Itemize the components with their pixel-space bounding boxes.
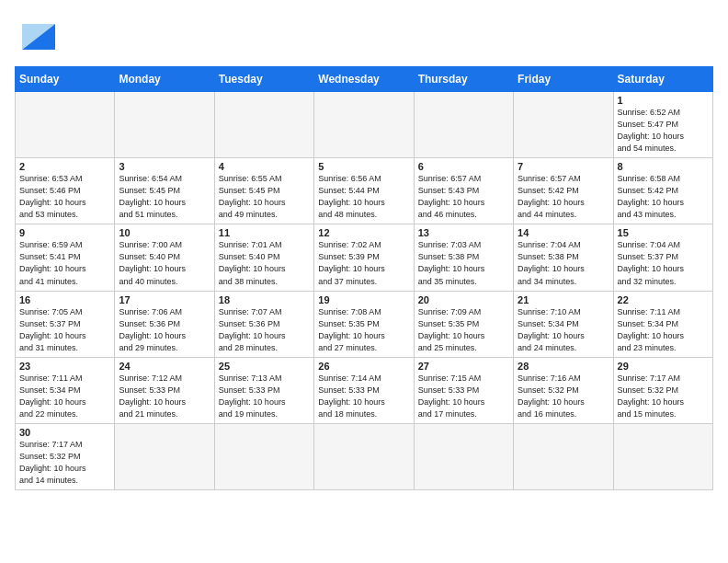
day-number: 19 bbox=[318, 294, 409, 305]
day-info: Sunrise: 6:55 AM Sunset: 5:45 PM Dayligh… bbox=[219, 173, 310, 221]
day-cell: 30Sunrise: 7:17 AM Sunset: 5:32 PM Dayli… bbox=[16, 423, 115, 489]
day-cell: 19Sunrise: 7:08 AM Sunset: 5:35 PM Dayli… bbox=[314, 291, 414, 357]
day-number: 15 bbox=[618, 227, 709, 238]
day-cell: 1Sunrise: 6:52 AM Sunset: 5:47 PM Daylig… bbox=[613, 92, 712, 158]
day-info: Sunrise: 7:04 AM Sunset: 5:37 PM Dayligh… bbox=[618, 239, 709, 287]
day-number: 18 bbox=[219, 294, 310, 305]
day-number: 24 bbox=[119, 361, 210, 372]
day-cell: 27Sunrise: 7:15 AM Sunset: 5:33 PM Dayli… bbox=[414, 357, 513, 423]
day-number: 8 bbox=[618, 161, 709, 172]
day-cell bbox=[613, 423, 712, 489]
day-cell: 9Sunrise: 6:59 AM Sunset: 5:41 PM Daylig… bbox=[16, 224, 115, 291]
week-row-4: 16Sunrise: 7:05 AM Sunset: 5:37 PM Dayli… bbox=[16, 291, 713, 357]
day-number: 25 bbox=[219, 361, 310, 372]
day-info: Sunrise: 6:58 AM Sunset: 5:42 PM Dayligh… bbox=[618, 173, 709, 221]
day-number: 29 bbox=[618, 361, 709, 372]
day-cell bbox=[514, 92, 613, 158]
day-info: Sunrise: 7:02 AM Sunset: 5:39 PM Dayligh… bbox=[318, 239, 409, 287]
day-cell: 17Sunrise: 7:06 AM Sunset: 5:36 PM Dayli… bbox=[115, 291, 214, 357]
day-cell: 14Sunrise: 7:04 AM Sunset: 5:38 PM Dayli… bbox=[514, 224, 613, 291]
calendar-table: SundayMondayTuesdayWednesdayThursdayFrid… bbox=[15, 66, 713, 490]
day-info: Sunrise: 7:05 AM Sunset: 5:37 PM Dayligh… bbox=[19, 306, 110, 354]
day-info: Sunrise: 7:16 AM Sunset: 5:32 PM Dayligh… bbox=[518, 373, 609, 420]
day-number: 6 bbox=[418, 161, 509, 172]
day-cell: 29Sunrise: 7:17 AM Sunset: 5:32 PM Dayli… bbox=[613, 357, 712, 423]
day-info: Sunrise: 7:17 AM Sunset: 5:32 PM Dayligh… bbox=[19, 439, 110, 487]
day-cell: 11Sunrise: 7:01 AM Sunset: 5:40 PM Dayli… bbox=[214, 224, 313, 291]
col-header-sunday: Sunday bbox=[16, 67, 115, 92]
day-cell: 28Sunrise: 7:16 AM Sunset: 5:32 PM Dayli… bbox=[514, 357, 613, 423]
day-cell: 2Sunrise: 6:53 AM Sunset: 5:46 PM Daylig… bbox=[16, 158, 115, 224]
week-row-2: 2Sunrise: 6:53 AM Sunset: 5:46 PM Daylig… bbox=[16, 158, 713, 224]
calendar-header-row: SundayMondayTuesdayWednesdayThursdayFrid… bbox=[16, 67, 713, 92]
day-cell: 23Sunrise: 7:11 AM Sunset: 5:34 PM Dayli… bbox=[16, 357, 115, 423]
day-number: 13 bbox=[418, 227, 509, 238]
day-cell bbox=[514, 423, 613, 489]
day-info: Sunrise: 7:07 AM Sunset: 5:36 PM Dayligh… bbox=[219, 306, 310, 354]
page-header bbox=[15, 15, 713, 55]
day-cell: 16Sunrise: 7:05 AM Sunset: 5:37 PM Dayli… bbox=[16, 291, 115, 357]
day-number: 16 bbox=[19, 294, 110, 305]
day-cell: 4Sunrise: 6:55 AM Sunset: 5:45 PM Daylig… bbox=[214, 158, 313, 224]
day-info: Sunrise: 6:59 AM Sunset: 5:41 PM Dayligh… bbox=[19, 239, 110, 287]
day-cell: 5Sunrise: 6:56 AM Sunset: 5:44 PM Daylig… bbox=[314, 158, 414, 224]
day-cell: 13Sunrise: 7:03 AM Sunset: 5:38 PM Dayli… bbox=[414, 224, 513, 291]
day-info: Sunrise: 7:06 AM Sunset: 5:36 PM Dayligh… bbox=[119, 306, 210, 354]
day-number: 4 bbox=[219, 161, 310, 172]
day-cell bbox=[414, 423, 513, 489]
day-info: Sunrise: 7:00 AM Sunset: 5:40 PM Dayligh… bbox=[119, 239, 210, 287]
week-row-6: 30Sunrise: 7:17 AM Sunset: 5:32 PM Dayli… bbox=[16, 423, 713, 489]
day-number: 9 bbox=[19, 227, 110, 238]
day-info: Sunrise: 7:11 AM Sunset: 5:34 PM Dayligh… bbox=[618, 306, 709, 354]
day-number: 1 bbox=[618, 95, 709, 106]
day-info: Sunrise: 7:15 AM Sunset: 5:33 PM Dayligh… bbox=[418, 373, 509, 420]
day-info: Sunrise: 7:12 AM Sunset: 5:33 PM Dayligh… bbox=[119, 373, 210, 420]
day-info: Sunrise: 7:04 AM Sunset: 5:38 PM Dayligh… bbox=[518, 239, 609, 287]
day-info: Sunrise: 7:08 AM Sunset: 5:35 PM Dayligh… bbox=[318, 306, 409, 354]
day-cell bbox=[414, 92, 513, 158]
day-cell: 25Sunrise: 7:13 AM Sunset: 5:33 PM Dayli… bbox=[214, 357, 313, 423]
day-number: 30 bbox=[19, 427, 110, 438]
day-cell: 12Sunrise: 7:02 AM Sunset: 5:39 PM Dayli… bbox=[314, 224, 414, 291]
day-number: 21 bbox=[518, 294, 609, 305]
day-cell bbox=[115, 92, 214, 158]
logo bbox=[15, 15, 64, 55]
day-number: 2 bbox=[19, 161, 110, 172]
day-cell: 26Sunrise: 7:14 AM Sunset: 5:33 PM Dayli… bbox=[314, 357, 414, 423]
day-info: Sunrise: 7:01 AM Sunset: 5:40 PM Dayligh… bbox=[219, 239, 310, 287]
day-number: 23 bbox=[19, 361, 110, 372]
day-cell bbox=[115, 423, 214, 489]
day-cell bbox=[214, 92, 313, 158]
day-cell: 3Sunrise: 6:54 AM Sunset: 5:45 PM Daylig… bbox=[115, 158, 214, 224]
day-info: Sunrise: 6:56 AM Sunset: 5:44 PM Dayligh… bbox=[318, 173, 409, 221]
day-info: Sunrise: 6:52 AM Sunset: 5:47 PM Dayligh… bbox=[618, 107, 709, 155]
week-row-3: 9Sunrise: 6:59 AM Sunset: 5:41 PM Daylig… bbox=[16, 224, 713, 291]
day-number: 26 bbox=[318, 361, 409, 372]
day-cell bbox=[214, 423, 313, 489]
day-cell: 21Sunrise: 7:10 AM Sunset: 5:34 PM Dayli… bbox=[514, 291, 613, 357]
day-number: 11 bbox=[219, 227, 310, 238]
col-header-tuesday: Tuesday bbox=[214, 67, 313, 92]
day-cell: 18Sunrise: 7:07 AM Sunset: 5:36 PM Dayli… bbox=[214, 291, 313, 357]
day-number: 20 bbox=[418, 294, 509, 305]
week-row-5: 23Sunrise: 7:11 AM Sunset: 5:34 PM Dayli… bbox=[16, 357, 713, 423]
day-number: 22 bbox=[618, 294, 709, 305]
col-header-monday: Monday bbox=[115, 67, 214, 92]
day-cell: 24Sunrise: 7:12 AM Sunset: 5:33 PM Dayli… bbox=[115, 357, 214, 423]
day-number: 7 bbox=[518, 161, 609, 172]
col-header-thursday: Thursday bbox=[414, 67, 513, 92]
day-info: Sunrise: 6:57 AM Sunset: 5:42 PM Dayligh… bbox=[518, 173, 609, 221]
day-cell: 20Sunrise: 7:09 AM Sunset: 5:35 PM Dayli… bbox=[414, 291, 513, 357]
day-cell bbox=[314, 92, 414, 158]
col-header-friday: Friday bbox=[514, 67, 613, 92]
day-info: Sunrise: 7:03 AM Sunset: 5:38 PM Dayligh… bbox=[418, 239, 509, 287]
day-info: Sunrise: 6:54 AM Sunset: 5:45 PM Dayligh… bbox=[119, 173, 210, 221]
day-cell: 7Sunrise: 6:57 AM Sunset: 5:42 PM Daylig… bbox=[514, 158, 613, 224]
day-number: 10 bbox=[119, 227, 210, 238]
day-cell bbox=[16, 92, 115, 158]
week-row-1: 1Sunrise: 6:52 AM Sunset: 5:47 PM Daylig… bbox=[16, 92, 713, 158]
day-cell bbox=[314, 423, 414, 489]
day-info: Sunrise: 6:57 AM Sunset: 5:43 PM Dayligh… bbox=[418, 173, 509, 221]
day-number: 3 bbox=[119, 161, 210, 172]
day-cell: 8Sunrise: 6:58 AM Sunset: 5:42 PM Daylig… bbox=[613, 158, 712, 224]
